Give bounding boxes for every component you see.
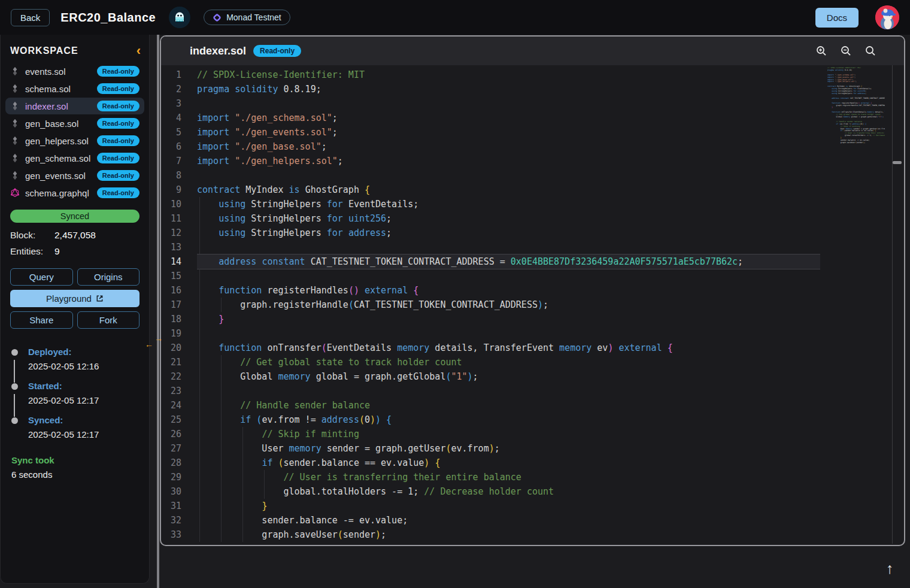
code-line: 19 bbox=[161, 326, 904, 341]
readonly-badge: Read-only bbox=[97, 66, 139, 77]
file-name: schema.graphql bbox=[25, 188, 89, 198]
page-title: ERC20_Balance bbox=[60, 11, 156, 25]
search-icon[interactable] bbox=[864, 45, 876, 57]
solidity-icon bbox=[10, 84, 20, 93]
line-number: 22 bbox=[161, 369, 197, 384]
line-number: 12 bbox=[161, 226, 197, 240]
line-number: 13 bbox=[161, 240, 197, 254]
line-number: 30 bbox=[161, 484, 197, 499]
code-line: 31 } bbox=[161, 499, 904, 513]
editor-panel: indexer.sol Read-only 1// SPDX-License-I… bbox=[160, 35, 905, 546]
code-line: 2pragma solidity 0.8.19; bbox=[161, 82, 904, 96]
docs-button[interactable]: Docs bbox=[815, 8, 859, 28]
sidebar-item-events-sol[interactable]: events.solRead-only bbox=[5, 63, 144, 80]
code-line: 8 bbox=[161, 168, 904, 183]
code-line: 17 graph.registerHandle(CAT_TESTNET_TOKE… bbox=[161, 298, 904, 312]
line-number: 17 bbox=[161, 298, 197, 312]
readonly-badge: Read-only bbox=[97, 101, 139, 111]
fork-button[interactable]: Fork bbox=[77, 311, 140, 329]
block-value: 2,457,058 bbox=[54, 230, 96, 241]
line-number: 21 bbox=[161, 355, 197, 369]
sidebar-resize-handle[interactable]: → ← bbox=[145, 335, 163, 350]
sidebar-item-gen_events-sol[interactable]: gen_events.solRead-only bbox=[5, 167, 144, 184]
zoom-in-icon[interactable] bbox=[815, 45, 827, 57]
sync-took-label: Sync took bbox=[11, 455, 139, 465]
topbar: Back ERC20_Balance Monad Testnet Docs bbox=[0, 0, 910, 35]
sync-took-value: 6 seconds bbox=[11, 469, 139, 480]
deployment-timeline: Deployed:2025-02-05 12:16Started:2025-02… bbox=[1, 329, 149, 440]
timeline-time: 2025-02-05 12:16 bbox=[28, 361, 139, 371]
line-number: 24 bbox=[161, 398, 197, 413]
sidebar-item-indexer-sol[interactable]: indexer.solRead-only bbox=[5, 98, 144, 114]
code-line: 27 User memory sender = graph.getUser(ev… bbox=[161, 441, 904, 456]
timeline-label: Synced: bbox=[28, 415, 139, 425]
line-number: 26 bbox=[161, 427, 197, 441]
editor-header: indexer.sol Read-only bbox=[161, 37, 904, 65]
code-line: 30 global.totalHolders -= 1; // Decrease… bbox=[161, 484, 904, 499]
code-line: 5import "./gen_events.sol"; bbox=[161, 125, 904, 140]
line-number: 27 bbox=[161, 441, 197, 456]
file-name: gen_schema.sol bbox=[25, 153, 90, 163]
solidity-icon bbox=[10, 119, 20, 128]
line-number: 16 bbox=[161, 283, 197, 298]
line-number: 14 bbox=[161, 254, 197, 269]
code-line: 6import "./gen_base.sol"; bbox=[161, 140, 904, 154]
zoom-out-icon[interactable] bbox=[840, 45, 852, 57]
ghost-logo bbox=[169, 7, 190, 28]
sidebar-item-schema-graphql[interactable]: schema.graphqlRead-only bbox=[5, 184, 144, 201]
file-list: events.solRead-onlyschema.solRead-onlyin… bbox=[1, 63, 149, 201]
readonly-badge: Read-only bbox=[97, 118, 139, 129]
sidebar-item-gen_base-sol[interactable]: gen_base.solRead-only bbox=[5, 115, 144, 132]
entities-label: Entities: bbox=[10, 246, 54, 257]
file-name: gen_helpers.sol bbox=[25, 136, 89, 146]
sidebar-item-gen_schema-sol[interactable]: gen_schema.solRead-only bbox=[5, 150, 144, 166]
line-number: 33 bbox=[161, 528, 197, 542]
minimap[interactable]: // SPDX-License-Identifier: MITpragma so… bbox=[827, 67, 885, 144]
code-line: 11 using StringHelpers for uint256; bbox=[161, 211, 904, 226]
sidebar-item-schema-sol[interactable]: schema.solRead-only bbox=[5, 80, 144, 97]
code-line: 20 function onTransfer(EventDetails memo… bbox=[161, 341, 904, 355]
line-number: 6 bbox=[161, 140, 197, 154]
sidebar-item-gen_helpers-sol[interactable]: gen_helpers.solRead-only bbox=[5, 132, 144, 149]
readonly-badge: Read-only bbox=[97, 135, 139, 146]
query-button[interactable]: Query bbox=[10, 268, 73, 286]
collapse-sidebar-icon[interactable]: ‹ bbox=[136, 47, 141, 55]
block-stat: Block: 2,457,058 bbox=[1, 230, 149, 241]
user-avatar[interactable] bbox=[875, 5, 899, 29]
code-line: 12 using StringHelpers for address; bbox=[161, 226, 904, 240]
solidity-icon bbox=[10, 101, 20, 111]
scrollbar-track bbox=[892, 65, 893, 544]
playground-button[interactable]: Playground bbox=[10, 290, 139, 307]
scroll-top-button[interactable]: ↑ bbox=[880, 558, 899, 578]
code-area[interactable]: 1// SPDX-License-Identifier: MIT2pragma … bbox=[161, 65, 904, 544]
ghost-icon bbox=[171, 8, 189, 26]
back-button[interactable]: Back bbox=[11, 9, 50, 26]
panel-divider[interactable] bbox=[157, 35, 159, 588]
graphql-icon bbox=[10, 188, 20, 198]
share-button[interactable]: Share bbox=[10, 311, 73, 329]
file-name: gen_events.sol bbox=[25, 171, 86, 181]
timeline-dot-icon bbox=[11, 383, 18, 390]
solidity-icon bbox=[10, 136, 20, 146]
line-number: 2 bbox=[161, 82, 197, 96]
arrow-left-icon: ← bbox=[145, 341, 153, 348]
scrollbar-handle[interactable] bbox=[893, 161, 902, 164]
entities-value: 9 bbox=[54, 246, 60, 257]
code-line: 29 // User is transferring their entire … bbox=[161, 470, 904, 484]
code-line: 33 graph.saveUser(sender); bbox=[161, 528, 904, 542]
network-badge[interactable]: Monad Testnet bbox=[204, 10, 290, 25]
code-line: 7import "./gen_helpers.sol"; bbox=[161, 154, 904, 168]
code-line: 23 bbox=[161, 384, 904, 398]
code-line: 24 // Handle sender balance bbox=[161, 398, 904, 413]
code-line: 22 Global memory global = graph.getGloba… bbox=[161, 369, 904, 384]
readonly-badge: Read-only bbox=[253, 45, 301, 57]
line-number: 7 bbox=[161, 154, 197, 168]
line-number: 15 bbox=[161, 269, 197, 283]
readonly-badge: Read-only bbox=[97, 170, 139, 181]
code-line: 13 bbox=[161, 240, 904, 254]
readonly-badge: Read-only bbox=[97, 83, 139, 94]
origins-button[interactable]: Origins bbox=[77, 268, 140, 286]
file-name: gen_base.sol bbox=[25, 119, 78, 129]
line-number: 25 bbox=[161, 413, 197, 427]
line-number: 29 bbox=[161, 470, 197, 484]
